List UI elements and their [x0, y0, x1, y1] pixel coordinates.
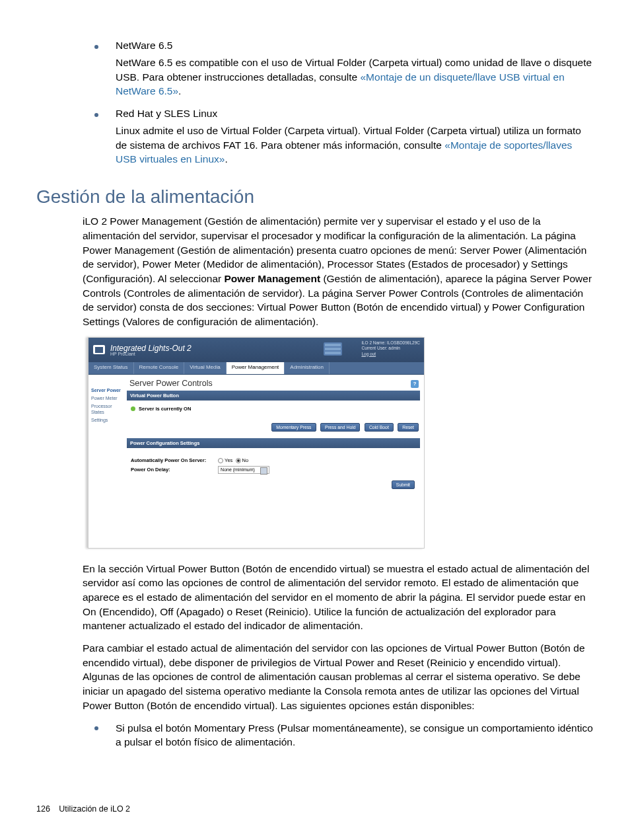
- power-button-row: Momentary Press Press and Hold Cold Boot…: [127, 420, 420, 438]
- list-item: NetWare 6.5 NetWare 6.5 es compatible co…: [94, 40, 594, 104]
- bullet-paragraph: NetWare 6.5 es compatible con el uso de …: [116, 56, 594, 98]
- radio-yes-label: Yes: [225, 457, 232, 463]
- auto-power-label: Automatically Power On Server:: [131, 457, 217, 463]
- page-footer: 126 Utilización de iLO 2: [36, 804, 130, 814]
- ilo-window: Integrated Lights-Out 2 HP ProLiant iLO …: [88, 337, 425, 549]
- bullet-icon: [94, 45, 98, 49]
- ilo-name: iLO 2 Name: ILOSBD098L29C: [361, 340, 420, 346]
- ilo-title: Integrated Lights-Out 2 HP ProLiant: [110, 344, 192, 356]
- ilo-main: Server Power Controls ? Virtual Power Bu…: [127, 375, 424, 548]
- svg-rect-1: [325, 344, 341, 346]
- bullet-icon: [94, 113, 98, 117]
- status-led-icon: [131, 406, 135, 411]
- server-image-icon: [320, 340, 346, 360]
- intro-paragraph: iLO 2 Power Management (Gestión de alime…: [83, 214, 594, 329]
- text: .: [225, 153, 227, 165]
- power-delay-select[interactable]: None (minimum): [218, 466, 269, 474]
- tab-remote-console[interactable]: Remote Console: [134, 362, 185, 374]
- section-virtual-power-button: Virtual Power Button: [127, 391, 420, 401]
- bold-text: Power Management: [225, 273, 324, 284]
- tab-virtual-media[interactable]: Virtual Media: [184, 362, 227, 374]
- text: .: [178, 85, 181, 96]
- tab-administration[interactable]: Administration: [285, 362, 330, 374]
- power-delay-row: Power On Delay: None (minimum): [131, 466, 416, 474]
- sidebar-item-power-meter[interactable]: Power Meter: [91, 396, 124, 401]
- submit-button[interactable]: Submit: [392, 480, 415, 489]
- submit-row: Submit: [131, 477, 416, 489]
- ilo-sidebar: Server Power Power Meter Processor State…: [88, 375, 127, 548]
- section-heading: Gestión de la alimentación: [36, 186, 594, 208]
- footer-text: Utilización de iLO 2: [59, 804, 130, 814]
- bullet-title: Red Hat y SLES Linux: [116, 108, 594, 120]
- reset-button[interactable]: Reset: [398, 423, 419, 432]
- ilo-main-title: Server Power Controls: [129, 379, 420, 388]
- svg-rect-3: [325, 352, 341, 354]
- cold-boot-button[interactable]: Cold Boot: [365, 423, 394, 432]
- logout-link[interactable]: Log out: [361, 352, 420, 357]
- server-status-row: Server is currently ON: [127, 404, 420, 420]
- ilo-tabs: System Status Remote Console Virtual Med…: [88, 362, 424, 375]
- radio-yes[interactable]: [218, 458, 223, 463]
- bullet-paragraph: Linux admite el uso de Virtual Folder (C…: [116, 124, 594, 167]
- page-number: 126: [36, 804, 50, 814]
- sidebar-item-settings[interactable]: Settings: [91, 418, 124, 423]
- bullet-title: NetWare 6.5: [116, 40, 594, 52]
- ilo-meta: iLO 2 Name: ILOSBD098L29C Current User: …: [361, 340, 420, 357]
- power-config-form: Automatically Power On Server: Yes No Po…: [127, 452, 420, 492]
- select-value: None (minimum): [221, 467, 255, 472]
- list-item: Si pulsa el botón Momentary Press (Pulsa…: [94, 721, 594, 755]
- paragraph-3: Para cambiar el estado actual de aliment…: [83, 641, 594, 712]
- hp-logo-icon: [93, 345, 105, 354]
- tab-system-status[interactable]: System Status: [88, 362, 134, 374]
- sidebar-item-processor-states[interactable]: Processor States: [91, 404, 124, 415]
- momentary-press-button[interactable]: Momentary Press: [271, 423, 316, 432]
- svg-rect-2: [325, 348, 341, 350]
- top-bullet-list: NetWare 6.5 NetWare 6.5 es compatible co…: [94, 40, 594, 172]
- section-power-config: Power Configuration Settings: [127, 438, 420, 448]
- paragraph-2: En la sección Virtual Power Button (Botó…: [83, 562, 594, 633]
- ilo-body: Server Power Power Meter Processor State…: [88, 375, 424, 548]
- radio-no[interactable]: [236, 458, 241, 463]
- ilo-header: Integrated Lights-Out 2 HP ProLiant iLO …: [88, 338, 424, 362]
- list-item: Red Hat y SLES Linux Linux admite el uso…: [94, 108, 594, 172]
- auto-power-row: Automatically Power On Server: Yes No: [131, 457, 416, 463]
- help-icon[interactable]: ?: [411, 380, 419, 388]
- ilo-screenshot: Integrated Lights-Out 2 HP ProLiant iLO …: [88, 337, 594, 549]
- power-delay-label: Power On Delay:: [131, 467, 217, 473]
- sidebar-item-server-power[interactable]: Server Power: [91, 388, 124, 393]
- radio-no-label: No: [242, 457, 249, 463]
- bullet-paragraph: Si pulsa el botón Momentary Press (Pulsa…: [116, 721, 594, 749]
- bottom-bullet-list: Si pulsa el botón Momentary Press (Pulsa…: [94, 721, 594, 755]
- bullet-icon: [94, 726, 98, 730]
- ilo-user: Current User: admin: [361, 346, 420, 351]
- tab-power-management[interactable]: Power Management: [227, 362, 285, 374]
- status-text: Server is currently ON: [139, 406, 191, 412]
- press-and-hold-button[interactable]: Press and Hold: [320, 423, 360, 432]
